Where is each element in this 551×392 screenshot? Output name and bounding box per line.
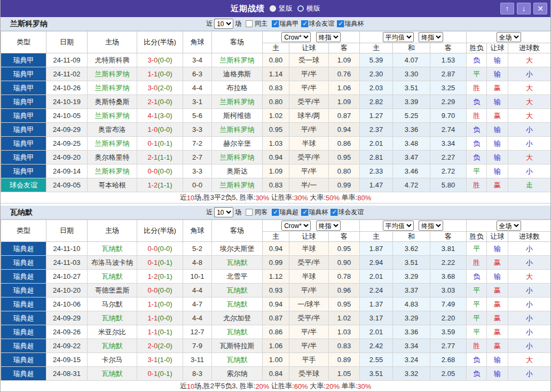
home-team-cell[interactable]: 瓦纳默: [88, 311, 137, 325]
score-cell: 0-1(0-1): [137, 137, 183, 151]
move-up-button[interactable]: ↑: [500, 3, 514, 14]
radio-selected-icon[interactable]: [270, 5, 276, 12]
home-team-cell[interactable]: 兰斯科罗纳: [88, 109, 137, 123]
home-team-cell[interactable]: 奥斯特桑斯: [88, 95, 137, 109]
result-cell: 胜: [467, 256, 487, 270]
recent-count-select[interactable]: 10: [214, 207, 233, 217]
avg-source-select[interactable]: 平均值: [383, 32, 414, 42]
result-scope-select[interactable]: 全场: [497, 221, 521, 231]
away-team-cell[interactable]: 索尔纳: [212, 367, 263, 381]
away-team-cell[interactable]: 奥斯达: [212, 164, 263, 178]
same-venue-checkbox[interactable]: [246, 209, 253, 216]
move-down-button[interactable]: ↓: [517, 3, 531, 14]
away-team-cell[interactable]: 瓦纳默: [212, 325, 263, 339]
score-cell: 1-2(0-1): [137, 270, 183, 284]
avg-odds-cell: 3.29: [393, 311, 430, 325]
avg-odds-cell: 3.46: [393, 164, 430, 178]
home-team-cell[interactable]: 奥雷布洛: [88, 123, 137, 137]
league-filter-checkbox[interactable]: [301, 209, 308, 216]
odds-cell: 0.86: [329, 137, 360, 151]
result-cell: 大: [508, 95, 551, 109]
match-row: 球会友谊24-09-05哥本哈根1-2(1-1)0-0兰斯科罗纳0.83半/一0…: [1, 178, 551, 192]
match-row: 瑞典超24-09-22瓦纳默2-0(2-0)7-9瓦斯特拉斯1.06平/半0.8…: [1, 339, 551, 353]
odds-source-select[interactable]: Crow*: [281, 221, 311, 231]
avg-source-select[interactable]: 平均值: [383, 221, 414, 231]
odds-cell: 1.09: [263, 164, 289, 178]
corner-cell: 3-3: [183, 164, 212, 178]
team-panel: 瓦纳默 近 10 场 同客 瑞典超瑞典杯球会友谊 类型 日期 主场: [1, 206, 550, 392]
odds-source-select[interactable]: Crow*: [281, 32, 311, 42]
home-team-cell[interactable]: 兰斯科罗纳: [88, 164, 137, 178]
away-team-cell[interactable]: 兰斯科罗纳: [212, 151, 263, 164]
away-team-cell[interactable]: 瓦斯特拉斯: [212, 339, 263, 353]
avg-odds-cell: 2.74: [430, 123, 467, 137]
avg-odds-cell: 3.81: [430, 242, 467, 256]
subcol-handicap: 让球: [289, 232, 329, 242]
away-team-cell[interactable]: 瓦纳默: [212, 284, 263, 297]
away-team-cell[interactable]: 兰斯科罗纳: [212, 178, 263, 192]
match-row: 瑞典超24-10-06马尔默1-1(0-0)4-7瓦纳默0.94一/球半0.95…: [1, 297, 551, 311]
corner-cell: 10-1: [183, 270, 212, 284]
home-team-cell[interactable]: 卡尔马: [88, 353, 137, 367]
score-cell: 3-0(0-0): [137, 53, 183, 67]
odds-cell: 0.99: [263, 256, 289, 270]
avg-time-select[interactable]: 终指: [419, 221, 443, 231]
date-cell: 24-11-09: [46, 53, 88, 67]
same-venue-checkbox[interactable]: [246, 20, 253, 27]
away-team-cell[interactable]: 尤尔加登: [212, 311, 263, 325]
away-team-cell[interactable]: 埃尔夫斯堡: [212, 242, 263, 256]
away-team-cell[interactable]: 兰斯科罗纳: [212, 123, 263, 137]
league-filter-checkbox[interactable]: [272, 209, 279, 216]
home-team-cell[interactable]: 瓦纳默: [88, 339, 137, 353]
away-team-cell[interactable]: 瓦纳默: [212, 256, 263, 270]
avg-odds-cell: 1.27: [360, 109, 393, 123]
league-filter-checkbox[interactable]: [301, 20, 308, 27]
away-team-cell[interactable]: 兰斯科罗纳: [212, 53, 263, 67]
away-team-cell[interactable]: 瓦纳默: [212, 353, 263, 367]
home-team-cell[interactable]: 瓦纳默: [88, 367, 137, 381]
home-team-cell[interactable]: 哥德堡盖斯: [88, 284, 137, 297]
home-team-cell[interactable]: 布洛马波卡纳: [88, 256, 137, 270]
odds-time-select[interactable]: 终指: [316, 32, 341, 42]
odds-time-select[interactable]: 终指: [316, 221, 341, 231]
layout-radio-vertical[interactable]: 竖版: [270, 4, 293, 13]
home-team-cell[interactable]: 瓦纳默: [88, 270, 137, 284]
away-team-cell[interactable]: 迪格弗斯: [212, 67, 263, 81]
away-team-cell[interactable]: 瓦纳默: [212, 297, 263, 311]
home-team-cell[interactable]: 米亚尔比: [88, 325, 137, 339]
home-team-cell[interactable]: 兰斯科罗纳: [88, 137, 137, 151]
layout-radio-horizontal[interactable]: 横版: [297, 4, 320, 13]
league-filter-checkbox[interactable]: [330, 209, 337, 216]
away-team-cell[interactable]: 斯柯维德: [212, 109, 263, 123]
summary-segment: 20%: [326, 382, 340, 390]
away-team-cell[interactable]: 北雪平: [212, 270, 263, 284]
home-team-cell[interactable]: 瓦纳默: [88, 242, 137, 256]
fulltime-score: 1-1: [147, 328, 158, 336]
avg-odds-cell: 3.51: [393, 81, 430, 95]
avg-time-select[interactable]: 终指: [419, 32, 443, 42]
home-team-cell[interactable]: 哥本哈根: [88, 178, 137, 192]
result-cell: 大: [508, 151, 551, 164]
recent-count-select[interactable]: 10: [214, 19, 233, 29]
score-cell: 0-0(0-0): [137, 284, 183, 297]
score-cell: 1-1(0-0): [137, 311, 183, 325]
avg-odds-cell: 1.47: [360, 178, 393, 192]
league-filter-checkbox[interactable]: [337, 20, 344, 27]
radio-unselected-icon[interactable]: [297, 5, 304, 12]
close-button[interactable]: ✕: [533, 3, 547, 14]
away-team-cell[interactable]: 赫尔辛堡: [212, 137, 263, 151]
home-team-cell[interactable]: 奥尔格里特: [88, 151, 137, 164]
home-team-cell[interactable]: 兰斯科罗纳: [88, 67, 137, 81]
summary-segment: 20%: [255, 382, 269, 390]
away-team-cell[interactable]: 兰斯科罗纳: [212, 95, 263, 109]
avg-odds-cell: 2.29: [430, 95, 467, 109]
summary-row: 近10场,胜3平2负5, 胜率:30% 让胜率:30% 大率:50% 单率:80…: [1, 192, 550, 203]
league-filter-checkbox[interactable]: [272, 20, 279, 27]
home-team-cell[interactable]: 尤特斯科腾: [88, 53, 137, 67]
odds-cell: 0.86: [263, 325, 289, 339]
home-team-cell[interactable]: 兰斯科罗纳: [88, 81, 137, 95]
result-scope-select[interactable]: 全场: [497, 32, 521, 42]
home-team-cell[interactable]: 马尔默: [88, 297, 137, 311]
avg-odds-group: 平均值 终指: [360, 220, 467, 232]
away-team-cell[interactable]: 布拉格: [212, 81, 263, 95]
